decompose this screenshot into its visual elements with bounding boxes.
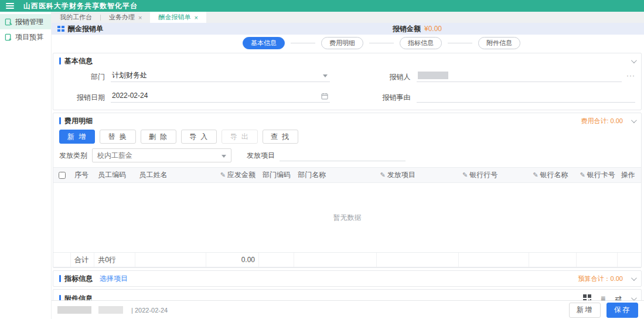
step-expense-details[interactable]: 费用明细 (321, 37, 363, 49)
col-employee-name: 员工姓名 (135, 170, 206, 180)
field-label: 报销人 (365, 72, 417, 82)
select-all-checkbox[interactable] (59, 172, 66, 179)
redacted-creator-name (57, 306, 91, 314)
expense-table: 序号 员工编码 员工姓名 ✎应发金额 部门编码 部门名称 ✎发放项目 ✎银行行号… (53, 167, 641, 267)
step-indicator-info[interactable]: 指标信息 (400, 37, 442, 49)
col-employee-code: 员工编码 (94, 170, 135, 180)
claimant-picker-button[interactable]: ··· (626, 72, 635, 82)
col-bank-name: ✎银行名称 (529, 170, 576, 180)
qr-code-icon[interactable] (583, 294, 591, 300)
tab-business-handling[interactable]: 业务办理 × (101, 12, 150, 23)
section-marker (59, 295, 61, 300)
date-picker-input[interactable]: 2022-02-24 (111, 90, 330, 103)
replace-button[interactable]: 替 换 (100, 130, 135, 144)
expense-details-section: 费用明细 费用合计: 0.00 新 增 替 换 删 除 导 入 导 出 查 找 (53, 113, 642, 268)
export-button: 导 出 (222, 130, 257, 144)
amount-label: 报销金额 (393, 24, 421, 34)
dropdown-caret-icon (222, 155, 226, 158)
col-payout-project: ✎发放项目 (377, 170, 459, 180)
delete-button[interactable]: 删 除 (141, 130, 176, 144)
tab-remuneration-form[interactable]: 酬金报销单 × (150, 12, 206, 23)
redacted-claimant-name (418, 72, 448, 79)
tab-my-workbench[interactable]: 我的工作台 (52, 12, 100, 23)
footer-bar: | 2022-02-24 新增 保存 (52, 300, 644, 319)
sidebar-item-reimbursement-management[interactable]: 报销管理 (0, 14, 51, 29)
department-select[interactable]: 计划财务处 (111, 70, 330, 82)
step-connector (291, 43, 315, 43)
edit-pencil-icon: ✎ (580, 171, 585, 179)
document-edit-icon (5, 18, 12, 26)
claimant-field: 报销人 ··· (365, 70, 636, 82)
dropdown-caret-icon (323, 74, 328, 77)
close-icon[interactable]: × (194, 14, 197, 21)
section-title: 附件信息 (64, 294, 93, 301)
tab-label: 业务办理 (109, 13, 135, 22)
redacted-creator-id (98, 306, 123, 314)
hamburger-menu-icon[interactable] (6, 3, 14, 9)
col-payable-amount: ✎应发金额 (206, 170, 259, 180)
find-button[interactable]: 查 找 (263, 130, 298, 144)
select-project-link[interactable]: 选择项目 (100, 274, 128, 284)
step-attachment-info[interactable]: 附件信息 (478, 37, 520, 49)
swap-arrows-icon[interactable]: ⇄ (615, 294, 622, 300)
creation-date: | 2022-02-24 (131, 307, 168, 314)
reimbursement-date-field: 报销日期 2022-02-24 (59, 90, 330, 103)
tab-bar: 我的工作台 业务办理 × 酬金报销单 × (52, 12, 644, 23)
collapse-chevron-icon[interactable] (631, 117, 637, 123)
table-summary-row: 合计 共0行 0.00 (53, 252, 641, 267)
date-value: 2022-02-24 (112, 91, 148, 100)
save-button[interactable]: 保存 (606, 303, 638, 318)
reason-field: 报销事由 (365, 90, 636, 103)
project-input[interactable] (280, 150, 406, 161)
sidebar-item-project-budget[interactable]: 项目预算 (0, 29, 51, 45)
section-marker (59, 275, 61, 282)
section-marker (59, 117, 61, 124)
form-title-strip: 酬金报销单 报销金额 ¥0.00 (52, 23, 644, 35)
form-body: 基本信息 部门 计划财务处 报销人 (52, 51, 644, 300)
category-select[interactable]: 校内工薪金 (92, 148, 231, 162)
collapse-chevron-icon[interactable] (631, 295, 637, 300)
category-label: 发放类别 (59, 151, 87, 161)
import-button[interactable]: 导 入 (181, 130, 217, 144)
step-indicator: 基本信息 费用明细 指标信息 附件信息 (119, 35, 644, 51)
tab-label: 酬金报销单 (158, 13, 190, 22)
document-plus-icon (5, 33, 12, 41)
step-basic-info[interactable]: 基本信息 (243, 37, 285, 49)
form-grid-icon (57, 26, 64, 32)
project-label: 发放项目 (247, 151, 275, 161)
section-marker (59, 57, 61, 65)
indicator-info-section: 指标信息 选择项目 预算合计：0.00 (53, 270, 642, 287)
section-title: 费用明细 (64, 116, 93, 126)
expense-total: 费用合计: 0.00 (581, 117, 623, 125)
list-view-icon[interactable]: ≡ (601, 294, 605, 300)
edit-pencil-icon: ✎ (462, 171, 468, 179)
edit-pencil-icon: ✎ (220, 171, 226, 179)
field-label: 报销事由 (365, 93, 417, 103)
category-value: 校内工薪金 (97, 151, 132, 161)
add-row-button[interactable]: 新 增 (59, 130, 95, 144)
claimant-input[interactable] (417, 70, 622, 82)
table-header-row: 序号 员工编码 员工姓名 ✎应发金额 部门编码 部门名称 ✎发放项目 ✎银行行号… (53, 168, 641, 183)
close-icon[interactable]: × (138, 14, 142, 21)
footer-add-button[interactable]: 新增 (569, 303, 601, 318)
app-window: 山西医科大学财务共享数智化平台 报销管理 项目预算 我的工作台 业务 (0, 0, 644, 319)
department-field: 部门 计划财务处 (59, 70, 330, 82)
summary-label: 合计 (71, 253, 94, 267)
section-title: 基本信息 (64, 56, 93, 66)
col-operation: 操作 (618, 170, 641, 180)
section-title: 指标信息 (64, 274, 93, 284)
collapse-chevron-icon[interactable] (631, 57, 637, 63)
edit-pencil-icon: ✎ (380, 171, 386, 179)
col-seq: 序号 (71, 170, 94, 180)
reason-input[interactable] (417, 90, 636, 103)
tab-label: 我的工作台 (60, 13, 92, 22)
col-bank-branch-no: ✎银行行号 (459, 170, 529, 180)
page-title: 酬金报销单 (68, 24, 103, 34)
summary-row-count: 共0行 (94, 253, 135, 267)
expense-filters: 发放类别 校内工薪金 发放项目 (53, 147, 641, 167)
collapse-chevron-icon[interactable] (631, 275, 637, 281)
col-dept-code: 部门编码 (259, 170, 294, 180)
top-bar: 山西医科大学财务共享数智化平台 (0, 0, 644, 12)
department-value: 计划财务处 (112, 70, 147, 80)
calendar-icon (321, 93, 328, 100)
